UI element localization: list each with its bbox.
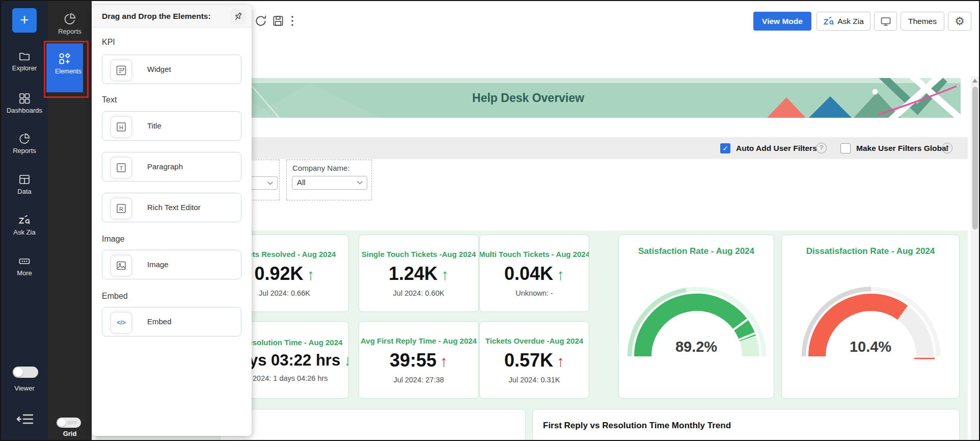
sidebar-item-label: Dashboards [1,107,48,114]
gauge-value: 10.4% [782,339,959,355]
sidebar-item-label: Data [1,188,48,195]
widget-icon [111,60,132,81]
panel-item-paragraph[interactable]: T Paragraph [102,152,241,181]
sidebar-item-label: Ask Zia [1,228,48,236]
gear-icon: ⚙ [955,15,965,28]
panel-item-image[interactable]: Image [102,250,241,279]
svg-text:H: H [119,124,123,131]
save-icon[interactable] [271,14,285,28]
panel-header: Drag and Drop the Elements: [92,5,252,28]
kpi-value: 0.92K↑ [254,263,314,284]
help-icon[interactable]: ? [942,143,952,153]
help-icon[interactable]: ? [816,143,827,153]
sidebar-item-ask-zia[interactable]: Ask Zia [1,214,48,236]
ask-zia-button[interactable]: Ask Zia [816,12,870,31]
toggle-knob [14,368,23,377]
kpi-value: 1.24K↑ [389,263,449,284]
sidebar-item-label: Reports [1,147,48,154]
gauge-value: 89.2% [619,339,774,355]
trend-arrow-icon: ↓ [344,352,349,369]
company-filter-dropdown[interactable]: All [292,176,367,190]
kpi-card-multi-touch[interactable]: Multi Touch Tickets - Aug 2024 0.04K↑ Un… [479,235,589,312]
sidebar-item-label: More [1,269,48,277]
scrollbar-thumb[interactable] [972,87,978,229]
more-options-icon[interactable] [289,14,295,28]
collapse-sidebar-icon[interactable] [16,412,35,426]
more-ellipsis-icon [18,255,31,267]
embed-code-icon: </> [111,312,132,333]
strip-item-reports[interactable]: Reports [48,12,92,35]
sidebar-item-label: Explorer [1,64,48,72]
scrollbar-up-arrow[interactable] [972,79,977,83]
grid-toggle[interactable]: OFF [57,418,81,428]
chart-title: First Reply vs Resolution Time Monthly T… [543,421,731,431]
presentation-button[interactable] [874,12,897,31]
kpi-comparison: Jul 2024: 0.31K [509,376,560,384]
section-label-embed: Embed [102,292,128,301]
view-mode-button[interactable]: View Mode [753,12,811,31]
trend-arrow-icon: ↑ [440,353,448,370]
kpi-card-single-touch[interactable]: Single Touch Tickets -Aug 2024 1.24K↑ Ju… [359,235,479,312]
dashboards-grid-icon [18,92,31,105]
svg-text:R: R [119,206,123,212]
panel-item-rich-text[interactable]: R Rich Text Editor [102,193,241,222]
chevron-down-icon [357,180,363,185]
kpi-comparison: Jul 2024: 1 days 04:26 hrs [241,374,328,382]
settings-button[interactable]: ⚙ [948,12,971,31]
viewer-toggle[interactable] [13,367,38,378]
pie-chart-icon [18,133,31,145]
sidebar-item-dashboards[interactable]: Dashboards [1,92,48,114]
themes-button[interactable]: Themes [901,12,944,31]
panel-item-label: Image [147,250,169,279]
rich-text-icon: R [111,198,132,219]
section-label-text: Text [102,95,117,105]
kpi-value: 39:55↑ [390,350,448,371]
annotation-highlight-box [44,41,89,98]
vertical-scrollbar[interactable] [971,76,979,441]
zia-icon [18,214,31,226]
refresh-icon[interactable] [254,14,267,28]
title-icon: H [111,116,132,138]
trend-arrow-icon: ↑ [557,266,564,283]
toggle-knob [58,419,66,427]
trend-chart-widget[interactable]: First Reply vs Resolution Time Monthly T… [532,409,960,441]
gauge-card-dissatisfaction[interactable]: Dissatisfaction Rate - Aug 2024 10.4% [781,235,960,399]
sidebar-item-explorer[interactable]: Explorer [1,50,48,72]
app-window: + Explorer Dashboards Reports Data Ask Z… [0,0,980,441]
company-filter-label: Company Name: [292,164,350,172]
pie-chart-icon [63,12,76,25]
kpi-title: Single Touch Tickets -Aug 2024 [362,250,476,258]
grid-toggle-state: OFF [68,420,78,425]
button-label: Ask Zia [837,17,864,26]
pin-panel-button[interactable] [230,9,246,24]
zia-icon [823,16,834,27]
make-user-filters-global-checkbox[interactable] [840,143,851,153]
kpi-title: Avg First Reply Time - Aug 2024 [361,336,477,345]
auto-add-user-filters-label: Auto Add User Filters [736,144,817,153]
panel-item-label: Widget [147,55,171,84]
gauge-title: Dissatisfaction Rate - Aug 2024 [782,246,959,256]
bottom-left-widget[interactable] [220,409,526,441]
panel-title: Drag and Drop the Elements: [102,5,211,28]
data-table-icon [18,173,31,186]
create-new-button[interactable]: + [12,8,37,33]
panel-item-label: Paragraph [147,152,183,181]
viewer-toggle-label: Viewer [1,384,48,392]
sidebar-item-data[interactable]: Data [1,173,48,195]
button-label: View Mode [762,17,803,26]
kpi-comparison: Unknown: - [515,289,553,297]
paragraph-icon: T [111,157,132,178]
kpi-card-avg-first-reply[interactable]: Avg First Reply Time - Aug 2024 39:55↑ J… [359,321,479,399]
sidebar-item-reports[interactable]: Reports [1,133,48,154]
panel-item-widget[interactable]: Widget [102,55,241,84]
panel-item-title[interactable]: H Title [102,111,241,141]
panel-item-embed[interactable]: </> Embed [102,307,241,336]
gauge-card-satisfaction[interactable]: Satisfaction Rate - Aug 2024 89.2% [618,235,774,399]
kpi-card-tickets-overdue[interactable]: Tickets Overdue -Aug 2024 0.57K↑ Jul 202… [479,321,589,399]
grid-toggle-label: Grid [48,430,92,437]
sidebar-item-more[interactable]: More [1,255,48,277]
gauge-title: Satisfaction Rate - Aug 2024 [619,246,774,256]
auto-add-user-filters-checkbox[interactable]: ✓ [720,143,730,153]
panel-item-label: Rich Text Editor [147,193,201,222]
folder-icon [18,50,31,62]
